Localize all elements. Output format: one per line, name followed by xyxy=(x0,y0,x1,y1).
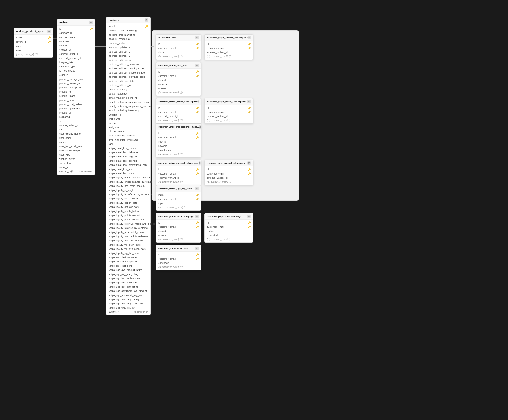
table-field: yotpo_loyalty_successful_referral xyxy=(106,230,150,234)
table-field: customer_email🔑 xyxy=(204,46,253,50)
table-customer-yotpo-sms-response-message[interactable]: customer_yotpo_sms_response_mess... ⊞ id… xyxy=(156,124,201,157)
table-field: external_variant_id xyxy=(204,176,253,180)
table-field: user_id xyxy=(57,140,95,144)
table-customer-yotpo-expired-subscription[interactable]: customer_yotpo_expired_subscription ⊞ id… xyxy=(204,34,253,60)
index-field: (id, customer_email) ⓘ xyxy=(156,237,201,242)
table-header: customer_yotpo_paused_subscription ⊞ xyxy=(204,160,253,166)
table-header: customer_yotpo_sms_flow ⊞ xyxy=(156,62,201,69)
table-field: customer_email🔑 xyxy=(156,46,201,50)
table-field: votes_down xyxy=(57,161,95,165)
table-review-product-spec[interactable]: review_product_spec ⊞ index 🔑 review_id … xyxy=(14,28,53,58)
table-field: user_display_name xyxy=(57,132,95,136)
table-field: yotpo_email_last_engaged xyxy=(106,155,150,159)
table-field: email_marketing_timestamp xyxy=(106,108,150,112)
table-field: yotpo_loyalty_credit_balance_customer_cu… xyxy=(106,180,150,184)
table-field: clicked xyxy=(156,229,201,233)
table-icon: ⊞ xyxy=(197,100,199,103)
table-field: user_email xyxy=(57,136,95,140)
table-field: product_url xyxy=(57,111,95,115)
table-customer-yotpo-paused-subscription[interactable]: customer_yotpo_paused_subscription ⊞ id🔑… xyxy=(204,160,253,185)
table-field: clicked xyxy=(156,78,201,82)
table-title: customer xyxy=(109,19,121,22)
table-field: yotpo_email_last_converted xyxy=(106,146,150,150)
table-field: timestamps xyxy=(156,148,201,152)
table-field: yotpo_sms_last_sent xyxy=(106,264,150,268)
table-field: yotpo_loyalty_points_expire_date xyxy=(106,217,150,222)
table-field: yotpo_loyalty_last_seen_at xyxy=(106,197,150,201)
table-title: customer_yotpo_active_subscription xyxy=(158,100,197,103)
table-field: keyword xyxy=(156,144,201,148)
table-field: external_variant_id xyxy=(156,176,201,180)
table-header: customer_yotpo_expired_subscription ⊞ xyxy=(204,35,253,41)
table-field: yotpo_loyalty_vip_expiration_date xyxy=(106,247,150,251)
table-field: title xyxy=(57,127,95,132)
table-field: since xyxy=(156,50,201,54)
table-body: id🔑 customer_email🔑 flow_id keyword time… xyxy=(156,130,201,157)
table-field: external_variant_id xyxy=(204,50,253,54)
table-body: id🔑 customer_email🔑 clicked converted op… xyxy=(156,69,201,96)
table-customer-yotpo-failed-subscription[interactable]: customer_yotpo_failed_subscription ⊞ id🔑… xyxy=(204,98,253,124)
index-field: (id, customer_email) ⓘ xyxy=(156,265,201,269)
table-field: yotpo_loyalty_vip_tier_name xyxy=(106,251,150,255)
table-field: address_address_zip xyxy=(106,83,150,87)
table-title: review xyxy=(59,21,68,24)
table-title: customer_yotpo_failed_subscription xyxy=(207,100,246,103)
table-customer-yotpo-email-campaign[interactable]: customer_yotpo_email_campaign ⊞ id🔑 cust… xyxy=(156,213,201,243)
table-customer-yotpo-ugc-top-topic[interactable]: customer_yotpo_ugc_top_topic ⊞ index🔑 cu… xyxy=(156,185,201,211)
table-field: yotpo_ugc_last_sentiment xyxy=(106,280,150,285)
table-title: customer_list xyxy=(158,36,176,39)
table-field: customer_email🔑 xyxy=(204,225,253,229)
table-icon: ⊞ xyxy=(199,162,201,165)
canvas: review_product_spec ⊞ index 🔑 review_id … xyxy=(0,0,508,420)
table-field: yotpo_loyalty_credit_balance_amount xyxy=(106,176,150,180)
table-field: external_order_id xyxy=(57,52,95,56)
table-body: index🔑 customer_email🔑 topic (index, cus… xyxy=(156,192,201,210)
index-field: (id, customer_email) ⓘ xyxy=(156,152,201,156)
table-header: customer_yotpo_ugc_top_topic ⊞ xyxy=(156,185,201,192)
table-customer-yotpo-active-subscription[interactable]: customer_yotpo_active_subscription ⊞ id🔑… xyxy=(156,98,201,124)
table-field: id🔑 xyxy=(156,252,201,257)
table-field: yotpo_email_last_opened xyxy=(106,159,150,163)
table-field: value xyxy=(14,48,53,52)
table-field: customer_email🔑 xyxy=(156,135,201,140)
table-review[interactable]: review ⊞ id🔑 category_id category_name c… xyxy=(57,19,95,175)
table-field: customer_email🔑 xyxy=(156,257,201,261)
table-icon: ⊞ xyxy=(195,36,199,39)
table-field: account_updated_at xyxy=(106,45,150,50)
table-customer[interactable]: customer ⊞ email🔑 accepts_email_marketin… xyxy=(106,17,150,315)
table-field: product_id xyxy=(57,90,95,94)
table-customer-yotpo-sms-campaign[interactable]: customer_yotpo_sms_campaign ⊞ id🔑 custom… xyxy=(204,213,253,243)
table-field: product_description xyxy=(57,85,95,90)
table-field: id🔑 xyxy=(204,221,253,225)
table-field: opened xyxy=(156,233,201,237)
table-field: incentive_type xyxy=(57,64,95,69)
table-field: yotpo_ugc_avg_product_rating xyxy=(106,268,150,272)
table-field: created_at xyxy=(57,48,95,52)
table-header: customer_yotpo_canceled_subscription ⊞ xyxy=(156,160,201,166)
table-icon: ⊞ xyxy=(199,125,201,129)
table-field: user_social_image xyxy=(57,148,95,153)
table-field: email_marketing_suppression_reason xyxy=(106,100,150,104)
table-field: yotpo_ugc_last_star_rating xyxy=(106,285,150,289)
table-title: customer_yotpo_sms_flow xyxy=(158,64,187,67)
table-customer-yotpo-email-flow[interactable]: customer_yotpo_email_flow ⊞ id🔑 customer… xyxy=(156,245,201,270)
custom-field: custom_* ⓘ Multiple fields xyxy=(106,310,150,314)
table-field: yotpo_loyalty_has_store_account xyxy=(106,184,150,188)
table-field: last_name xyxy=(106,125,150,129)
table-customer-yotpo-sms-flow[interactable]: customer_yotpo_sms_flow ⊞ id🔑 customer_e… xyxy=(156,62,201,96)
table-icon: ⊞ xyxy=(247,100,251,103)
table-field: yotpo_ugc_total_avg_sentiment xyxy=(106,302,150,306)
customer-tables-group: customer_list ⊞ id🔑 customer_email🔑 sinc… xyxy=(152,30,299,201)
table-customer-list[interactable]: customer_list ⊞ id🔑 customer_email🔑 sinc… xyxy=(156,34,201,60)
table-field: email_marketing_suppression_timestamp xyxy=(106,104,150,108)
table-field: yotpo_sms_last_engaged xyxy=(106,259,150,264)
table-header: customer_yotpo_sms_response_mess... ⊞ xyxy=(156,124,201,130)
table-icon: ⊞ xyxy=(90,21,93,24)
table-customer-yotpo-canceled-subscription[interactable]: customer_yotpo_canceled_subscription ⊞ i… xyxy=(156,160,201,185)
table-field: account_status xyxy=(106,41,150,45)
table-field: yotpo_ugc_total_avg_rating xyxy=(106,297,150,302)
table-body: id🔑 customer_email🔑 external_variant_id … xyxy=(204,41,253,59)
table-field: id🔑 xyxy=(204,167,253,171)
table-field: phone_number xyxy=(106,129,150,133)
table-icon: ⊞ xyxy=(195,187,199,190)
